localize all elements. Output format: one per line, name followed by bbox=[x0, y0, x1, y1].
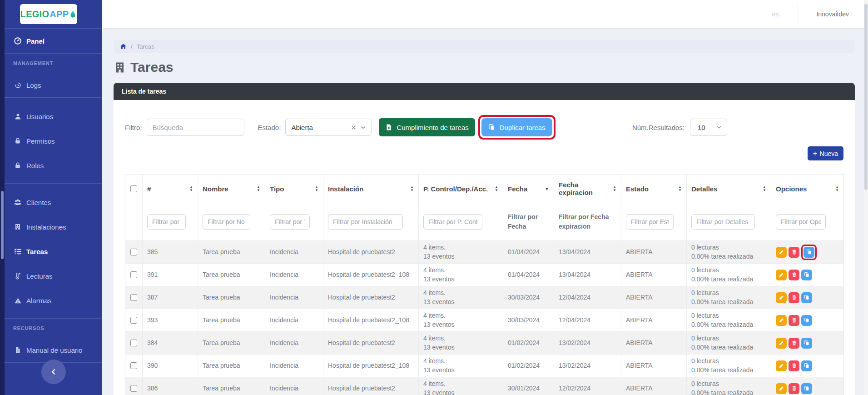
breadcrumb-current[interactable]: Tareas bbox=[137, 43, 154, 50]
sidebar-item-alarmas[interactable]: Alarmas bbox=[5, 288, 102, 313]
duplicate-task-button[interactable] bbox=[801, 292, 812, 303]
nueva-button[interactable]: + Nueva bbox=[808, 146, 843, 160]
sidebar-item-clientes[interactable]: Clientes bbox=[5, 190, 102, 215]
estado-select[interactable]: Abierta × bbox=[285, 119, 372, 136]
gauge-icon bbox=[13, 37, 23, 45]
duplicate-task-button[interactable] bbox=[801, 383, 812, 394]
row-checkbox[interactable] bbox=[130, 249, 137, 255]
edit-task-button[interactable] bbox=[776, 292, 787, 303]
sort-icon[interactable]: ▲▼ bbox=[678, 185, 682, 192]
cell-estado: ABIERTA bbox=[621, 332, 687, 355]
search-input[interactable] bbox=[147, 119, 244, 136]
sort-icon[interactable]: ▲▼ bbox=[495, 185, 498, 192]
row-checkbox[interactable] bbox=[130, 385, 137, 392]
column-header-estado[interactable]: Estado▲▼ bbox=[621, 175, 687, 203]
sidebar-item-logs[interactable]: Logs bbox=[5, 73, 102, 97]
row-checkbox[interactable] bbox=[130, 271, 137, 278]
resultados-select[interactable]: 10 bbox=[690, 119, 727, 136]
duplicate-task-button[interactable] bbox=[804, 247, 814, 258]
sidebar-item-roles[interactable]: Roles bbox=[5, 153, 102, 178]
logo-text-green: LEGIO bbox=[20, 9, 50, 20]
filter-estado-input[interactable] bbox=[626, 214, 674, 230]
column-header-detalles[interactable]: Detalles▲▼ bbox=[687, 175, 771, 203]
sidebar-scrollbar[interactable] bbox=[0, 0, 5, 395]
sidebar-item-instalaciones[interactable]: Instalaciones bbox=[5, 215, 102, 239]
select-all-checkbox[interactable] bbox=[130, 185, 137, 192]
sidebar-scrollbar-thumb[interactable] bbox=[1, 191, 4, 259]
sidebar-item-label: Manual de usuario bbox=[26, 346, 82, 354]
sort-icon[interactable]: ▲▼ bbox=[410, 185, 414, 192]
duplicar-tareas-button[interactable]: Duplicar tareas bbox=[481, 118, 552, 136]
sidebar-item-label: Alarmas bbox=[26, 297, 51, 305]
delete-task-button[interactable] bbox=[789, 338, 799, 349]
column-header-nombre[interactable]: Nombre▲▼ bbox=[198, 175, 265, 203]
filter-tipo-input[interactable] bbox=[270, 214, 310, 230]
sidebar-item-lecturas[interactable]: Lecturas bbox=[5, 264, 102, 288]
sort-icon[interactable]: ▲▼ bbox=[613, 185, 616, 192]
sidebar-item-usuarios[interactable]: Usuarios bbox=[5, 104, 102, 129]
page-scrollbar-thumb[interactable] bbox=[864, 4, 868, 190]
sidebar-item-manual[interactable]: Manual de usuario bbox=[5, 338, 102, 362]
sort-desc-icon[interactable]: ▼ bbox=[545, 186, 549, 191]
user-menu[interactable]: Innovaitdev bbox=[798, 10, 849, 18]
pencil-icon bbox=[779, 249, 784, 255]
language-selector[interactable]: es bbox=[772, 10, 798, 18]
sidebar-collapse-button[interactable] bbox=[41, 360, 66, 384]
pencil-icon bbox=[779, 295, 784, 300]
column-header-pcontrol[interactable]: P. Control/Dep./Acc.▲▼ bbox=[419, 175, 503, 203]
column-header-opciones[interactable]: Opciones▲▼ bbox=[771, 175, 844, 203]
sidebar-item-permisos[interactable]: Permisos bbox=[5, 129, 102, 153]
sort-icon[interactable]: ▲▼ bbox=[315, 185, 318, 192]
column-header-id[interactable]: #▲▼ bbox=[143, 175, 198, 203]
cumplimiento-button[interactable]: Cumplimiento de tareas bbox=[379, 118, 475, 136]
delete-task-button[interactable] bbox=[789, 383, 799, 394]
delete-task-button[interactable] bbox=[789, 360, 799, 371]
row-checkbox[interactable] bbox=[130, 362, 137, 369]
table-row: 390 Tarea prueba Incidencia Hospital de … bbox=[125, 355, 844, 377]
row-actions bbox=[776, 270, 839, 280]
edit-task-button[interactable] bbox=[776, 247, 787, 258]
edit-task-button[interactable] bbox=[776, 383, 787, 394]
edit-task-button[interactable] bbox=[776, 315, 787, 326]
filter-id-input[interactable] bbox=[147, 214, 186, 230]
app-logo[interactable]: LEGIOAPP bbox=[20, 4, 77, 24]
cell-pcontrol: 4 items.13 eventos bbox=[419, 286, 503, 309]
cell-fecha: 01/02/2024 bbox=[503, 332, 554, 355]
sort-icon[interactable]: ▲▼ bbox=[835, 185, 839, 192]
column-header-fecha[interactable]: Fecha▼ bbox=[503, 175, 554, 203]
sort-icon[interactable]: ▲▼ bbox=[763, 185, 766, 192]
duplicate-task-button[interactable] bbox=[801, 315, 812, 326]
delete-task-button[interactable] bbox=[789, 292, 799, 303]
edit-task-button[interactable] bbox=[776, 338, 787, 349]
page-scrollbar[interactable] bbox=[864, 0, 868, 395]
edit-task-button[interactable] bbox=[776, 270, 787, 280]
row-checkbox[interactable] bbox=[130, 294, 137, 301]
column-header-fecha-expiracion[interactable]: Fecha expiracion▲▼ bbox=[554, 175, 621, 203]
delete-task-button[interactable] bbox=[789, 247, 799, 258]
filter-pcontrol-input[interactable] bbox=[423, 214, 482, 230]
column-header-tipo[interactable]: Tipo▲▼ bbox=[265, 175, 323, 203]
sidebar-item-panel[interactable]: Panel bbox=[5, 29, 102, 53]
clear-icon[interactable]: × bbox=[351, 124, 356, 131]
filter-fecha-text[interactable]: Filtrar por Fecha bbox=[508, 212, 549, 231]
filter-detalles-input[interactable] bbox=[691, 214, 755, 230]
filter-opciones-input[interactable] bbox=[776, 214, 826, 230]
edit-task-button[interactable] bbox=[776, 360, 787, 371]
home-icon[interactable] bbox=[120, 43, 127, 50]
filter-fecha-expiracion-text[interactable]: Filtrar por Fecha expiracion bbox=[559, 212, 616, 231]
task-list-icon bbox=[13, 248, 23, 255]
filter-nombre-input[interactable] bbox=[203, 214, 250, 230]
filter-instalacion-input[interactable] bbox=[328, 214, 403, 230]
delete-task-button[interactable] bbox=[789, 315, 799, 326]
duplicate-task-button[interactable] bbox=[801, 270, 812, 280]
row-checkbox[interactable] bbox=[130, 317, 137, 324]
column-header-instalacion[interactable]: Instalación▲▼ bbox=[323, 175, 419, 203]
sort-icon[interactable]: ▲▼ bbox=[257, 185, 260, 192]
cell-fecha: 30/03/2024 bbox=[503, 309, 554, 332]
duplicate-task-button[interactable] bbox=[801, 360, 812, 371]
sort-icon[interactable]: ▲▼ bbox=[189, 185, 193, 192]
duplicate-task-button[interactable] bbox=[801, 338, 812, 349]
sidebar-item-tareas[interactable]: Tareas bbox=[5, 239, 102, 264]
delete-task-button[interactable] bbox=[789, 270, 799, 280]
row-checkbox[interactable] bbox=[130, 340, 137, 346]
